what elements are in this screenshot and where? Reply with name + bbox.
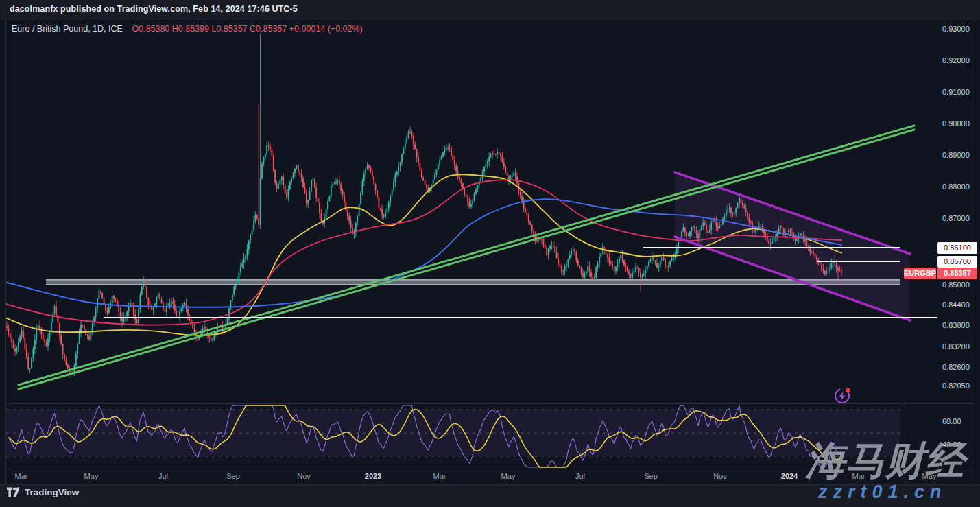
price-tick-label: 0.82050 [942, 380, 970, 391]
legend-symbol: Euro / British Pound, 1D, ICE [12, 24, 123, 34]
time-axis-label: Jul [158, 472, 168, 480]
chart-canvas[interactable] [0, 0, 980, 507]
price-tick-label: 0.85000 [942, 279, 970, 290]
watermark-chinese: 海马财经 [806, 435, 965, 488]
symbol-price-label: EURGBP [904, 268, 936, 279]
time-axis-label: Mar [433, 472, 446, 480]
tradingview-logo-icon [7, 486, 20, 498]
lightning-bolt-icon [839, 392, 846, 401]
chart-legend: Euro / British Pound, 1D, ICE O0.85380 H… [12, 24, 363, 34]
level-price-label: 0.86100 [937, 242, 977, 254]
last-price-label: 0.85357 [937, 268, 977, 279]
boost-flash-icon[interactable] [832, 385, 852, 405]
price-tick-label: 0.93000 [942, 23, 970, 34]
price-tick-label: 0.89000 [942, 150, 970, 161]
publish-info-bar: dacolmanfx published on TradingView.com,… [10, 4, 298, 14]
price-tick-label: 0.83800 [942, 320, 970, 331]
trendline-drawings[interactable] [19, 126, 937, 389]
legend-ohlc-values: O0.85380 H0.85399 L0.85357 C0.85357 +0.0… [132, 24, 362, 34]
price-tick-label: 0.91000 [942, 86, 970, 97]
price-tick-label: 0.88000 [942, 181, 970, 192]
tradingview-brand-text: TradingView [25, 487, 79, 497]
time-axis-label: May [84, 472, 99, 480]
time-axis-label: Nov [297, 472, 311, 480]
time-axis-label: Jul [575, 472, 585, 480]
watermark-url: zzrt01.cn [818, 482, 947, 503]
tradingview-attribution[interactable]: TradingView [7, 486, 79, 498]
price-tick-label: 0.82600 [942, 362, 970, 373]
rsi-scale-label: 60.00 [942, 416, 961, 427]
price-tick-label: 0.83200 [942, 341, 970, 352]
time-axis-label: Sep [644, 472, 658, 480]
time-axis-label: Sep [226, 472, 240, 480]
time-axis-label: Mar [15, 472, 28, 480]
support-zone-band[interactable] [46, 280, 900, 285]
price-tick-label: 0.90000 [942, 118, 970, 129]
publish-text: dacolmanfx published on TradingView.com,… [10, 4, 298, 14]
published-chart-page: dacolmanfx published on TradingView.com,… [0, 0, 980, 507]
time-axis-label: May [501, 472, 516, 480]
price-tick-label: 0.84400 [942, 299, 970, 310]
time-axis-label: Nov [713, 472, 727, 480]
price-tick-label: 0.92000 [942, 55, 970, 66]
time-axis-label: 2024 [781, 472, 798, 480]
time-axis-label: 2023 [365, 472, 381, 480]
notification-dot [846, 388, 850, 392]
level-price-label: 0.85700 [937, 256, 977, 268]
rsi-indicator-pane[interactable] [6, 405, 900, 467]
price-tick-label: 0.87000 [942, 213, 970, 224]
